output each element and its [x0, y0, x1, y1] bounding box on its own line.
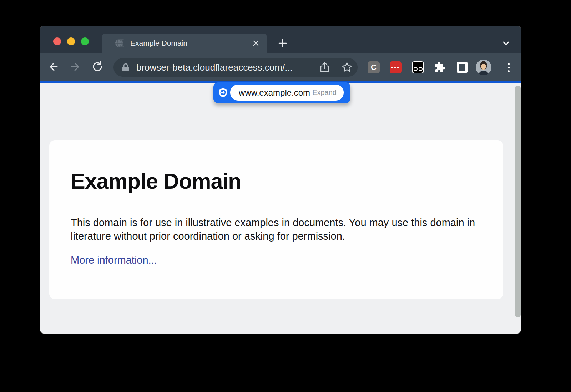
- lastpass-extension-icon[interactable]: [390, 61, 402, 73]
- isolation-inner-pill[interactable]: www.example.com Expand: [230, 85, 344, 101]
- browser-window: Example Domain: [40, 26, 521, 334]
- tab-example-domain[interactable]: Example Domain: [102, 34, 267, 53]
- globe-favicon-icon: [115, 39, 124, 48]
- page-paragraph: This domain is for use in illustrative e…: [71, 216, 481, 243]
- extensions-puzzle-icon[interactable]: [434, 61, 446, 73]
- two-circles-icon: [414, 67, 423, 71]
- browser-toolbar: browser-beta.cloudflareaccess.com/... C: [40, 53, 521, 81]
- tab-close-icon[interactable]: [251, 39, 261, 48]
- extension-c-icon[interactable]: C: [368, 61, 380, 73]
- page-card: Example Domain This domain is for use in…: [49, 140, 503, 299]
- isolation-domain-pill[interactable]: www.example.com Expand: [213, 82, 350, 103]
- desktop-background: Example Domain: [0, 0, 571, 392]
- lock-icon[interactable]: [121, 63, 130, 72]
- more-information-link[interactable]: More information...: [71, 254, 157, 266]
- bookmark-star-icon[interactable]: [340, 61, 353, 74]
- chevron-down-icon[interactable]: [500, 37, 512, 49]
- shield-arrow-icon: [218, 87, 228, 98]
- side-panel-icon[interactable]: [456, 61, 468, 73]
- browser-menu-icon[interactable]: [502, 61, 515, 73]
- url-text: browser-beta.cloudflareaccess.com/...: [136, 62, 293, 73]
- tab-title: Example Domain: [130, 39, 187, 47]
- share-icon[interactable]: [318, 61, 331, 74]
- new-tab-button[interactable]: [277, 37, 289, 49]
- back-button[interactable]: [47, 60, 60, 73]
- goggles-extension-icon[interactable]: [412, 61, 424, 73]
- window-minimize-button[interactable]: [67, 37, 75, 45]
- forward-button[interactable]: [69, 60, 82, 73]
- reload-button[interactable]: [91, 60, 104, 73]
- isolated-domain-text: www.example.com: [239, 88, 310, 98]
- page-viewport: www.example.com Expand Example Domain Th…: [40, 83, 521, 334]
- scrollbar-thumb[interactable]: [515, 86, 521, 317]
- window-close-button[interactable]: [53, 37, 61, 45]
- expand-button[interactable]: Expand: [312, 88, 337, 97]
- address-bar[interactable]: browser-beta.cloudflareaccess.com/...: [113, 58, 358, 77]
- window-zoom-button[interactable]: [81, 37, 89, 45]
- tab-strip: Example Domain: [40, 26, 521, 53]
- lastpass-dots-icon: [391, 65, 401, 70]
- square-frame-icon: [457, 62, 468, 73]
- profile-avatar[interactable]: [476, 60, 491, 75]
- page-title: Example Domain: [71, 169, 241, 194]
